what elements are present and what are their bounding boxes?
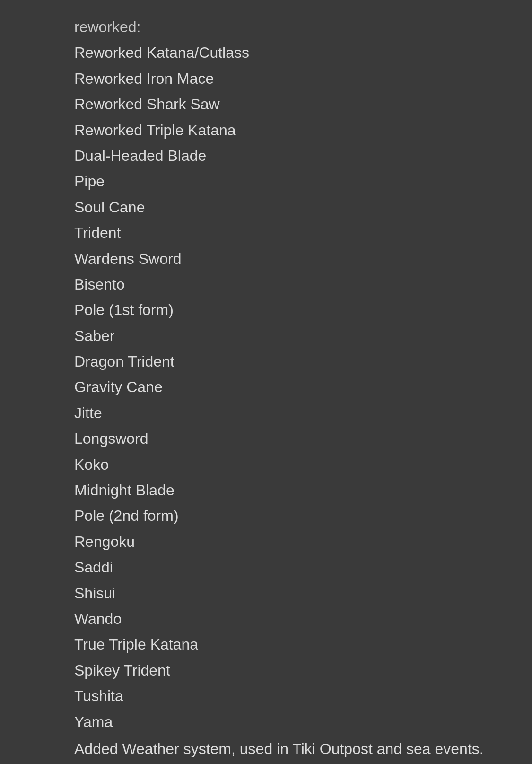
list-item: Wando (74, 606, 513, 632)
list-item: Soul Cane (74, 194, 513, 220)
list-item: Pole (1st form) (74, 297, 513, 323)
list-item: Shisui (74, 580, 513, 606)
list-item: Wardens Sword (74, 246, 513, 272)
list-item: Dragon Trident (74, 349, 513, 374)
footer-text: Added Weather system, used in Tiki Outpo… (74, 737, 513, 762)
list-item: Pipe (74, 168, 513, 194)
list-item: Reworked Triple Katana (74, 117, 513, 143)
list-item: Koko (74, 452, 513, 477)
section-header: reworked: (74, 14, 513, 40)
list-item: Reworked Katana/Cutlass (74, 40, 513, 65)
list-item: Rengoku (74, 529, 513, 554)
list-item: Gravity Cane (74, 374, 513, 400)
list-item: Midnight Blade (74, 477, 513, 503)
items-list: Reworked Katana/CutlassReworked Iron Mac… (74, 40, 513, 735)
list-item: Jitte (74, 400, 513, 426)
list-item: Longsword (74, 426, 513, 451)
list-item: Trident (74, 220, 513, 246)
list-item: Yama (74, 709, 513, 735)
list-item: True Triple Katana (74, 632, 513, 657)
list-item: Spikey Trident (74, 658, 513, 683)
list-item: Tushita (74, 683, 513, 709)
list-item: Bisento (74, 272, 513, 297)
list-item: Saddi (74, 554, 513, 580)
list-item: Saber (74, 323, 513, 349)
list-item: Reworked Shark Saw (74, 91, 513, 117)
list-item: Dual-Headed Blade (74, 143, 513, 168)
main-content: reworked: Reworked Katana/CutlassReworke… (0, 9, 532, 764)
list-item: Pole (2nd form) (74, 503, 513, 528)
list-item: Reworked Iron Mace (74, 66, 513, 91)
